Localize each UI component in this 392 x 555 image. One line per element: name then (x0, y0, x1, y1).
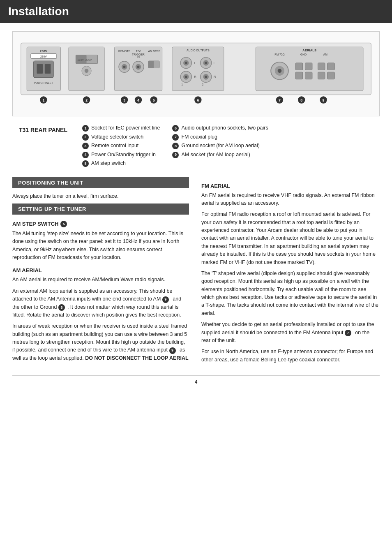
svg-text:2: 2 (202, 83, 204, 86)
rear-panel-diagram: 230V 230V POWER INLET 1 115V 230V 2 (17, 38, 375, 112)
panel-item-1-text: Socket for IEC power inlet line (91, 125, 160, 132)
svg-text:2: 2 (85, 98, 88, 102)
positioning-body: Always place the tuner on a level, firm … (12, 192, 189, 200)
panel-item-3: 3 Remote control input (82, 142, 160, 150)
panel-item-5-text: AM step switch (91, 160, 126, 167)
svg-rect-73 (305, 72, 312, 79)
svg-text:9: 9 (323, 98, 325, 102)
svg-text:1: 1 (181, 83, 183, 86)
panel-list-left: 1 Socket for IEC power inlet line 2 Volt… (82, 125, 160, 169)
svg-rect-71 (305, 63, 312, 70)
svg-rect-76 (318, 72, 325, 79)
fm-aerial-body4: Whether you decide to get an aerial prof… (201, 321, 380, 345)
panel-item-8: 8 Ground socket (for AM loop aerial) (172, 142, 268, 150)
svg-text:GND: GND (300, 53, 307, 56)
svg-rect-77 (327, 72, 334, 79)
svg-text:7: 7 (279, 98, 281, 102)
svg-text:FM 75Ω: FM 75Ω (274, 53, 284, 56)
page-number: 4 (12, 375, 380, 385)
positioning-header: POSITIONING THE UNIT (12, 177, 189, 188)
svg-rect-33 (148, 61, 154, 68)
svg-rect-6 (37, 64, 43, 74)
fm-aerial-body3: The 'T' shaped wire aerial (dipole desig… (201, 270, 380, 317)
am-step-subheader: AM STEP SWITCH 5 (12, 220, 189, 227)
svg-rect-40 (172, 47, 224, 91)
panel-item-4-text: Power On/Standby trigger in (91, 151, 156, 159)
svg-rect-7 (45, 64, 51, 74)
svg-point-17 (85, 69, 89, 73)
svg-point-28 (123, 66, 126, 68)
fm-aerial-header: FM AERIAL (201, 183, 380, 189)
am-aerial-body5: In areas of weak reception or when the r… (12, 322, 189, 362)
svg-text:12V: 12V (136, 50, 141, 53)
svg-text:AERIALS: AERIALS (302, 49, 316, 52)
panel-item-1: 1 Socket for IEC power inlet line (82, 125, 160, 132)
panel-item-5: 5 AM step switch (82, 160, 160, 167)
panel-item-6-text: Audio output phono sockets, two pairs (181, 125, 268, 132)
am-aerial-left-subheader: AM AERIAL (12, 267, 189, 273)
svg-text:L: L (194, 61, 196, 65)
num-circle-9a: 9 (162, 296, 169, 303)
panel-item-3-text: Remote control input (91, 142, 138, 150)
am-aerial-body2: An external AM loop aerial is supplied a… (12, 287, 189, 319)
svg-point-48 (185, 76, 187, 78)
num-circle-8: 8 (172, 143, 179, 149)
setting-up-section: SETTING UP THE TUNER AM STEP SWITCH 5 Th… (12, 204, 189, 362)
svg-text:230V: 230V (85, 58, 92, 61)
svg-text:6: 6 (197, 98, 199, 102)
num-circle-3: 3 (82, 143, 89, 149)
am-aerial-body1: An AM aerial is required to receive AM/M… (12, 276, 189, 284)
page-num-text: 4 (195, 379, 198, 385)
svg-text:REMOTE: REMOTE (118, 50, 130, 53)
rear-panel-lists: 1 Socket for IEC power inlet line 2 Volt… (82, 125, 380, 169)
svg-text:4: 4 (137, 98, 139, 102)
svg-rect-75 (327, 63, 334, 70)
num-circle-2: 2 (82, 134, 89, 141)
panel-item-6: 6 Audio output phono sockets, two pairs (172, 125, 268, 132)
svg-rect-70 (295, 63, 302, 70)
fm-aerial-body5: For use in North America, use an F-type … (201, 348, 380, 364)
am-step-body: The AM tuning 'step size' needs to be se… (12, 230, 189, 262)
panel-item-2-text: Voltage selector switch (91, 134, 143, 141)
panel-item-8-text: Ground socket (for AM loop aerial) (181, 142, 259, 150)
num-circle-1: 1 (82, 125, 89, 132)
do-not-disconnect: DO NOT DISCONNECT THE LOOP AERIAL (85, 355, 188, 361)
num-circle-9b: 9 (169, 347, 176, 354)
svg-point-31 (137, 66, 140, 68)
svg-text:AM STEP: AM STEP (148, 50, 160, 53)
fm-aerial-section: FM AERIAL An FM aerial is required to re… (201, 183, 380, 364)
col-right: FM AERIAL An FM aerial is required to re… (201, 177, 380, 368)
svg-point-51 (205, 62, 207, 64)
num-circle-9: 9 (172, 152, 179, 158)
rear-panel-section: T31 REAR PANEL 1 Socket for IEC power in… (12, 125, 380, 169)
page-header: Installation (0, 0, 392, 23)
num-circle-7a: 7 (345, 330, 351, 336)
svg-text:R: R (194, 75, 196, 79)
svg-text:230V: 230V (40, 49, 48, 53)
svg-text:R: R (214, 75, 216, 79)
svg-text:AUDIO OUTPUTS: AUDIO OUTPUTS (187, 49, 210, 52)
rear-panel-title: T31 REAR PANEL (12, 125, 74, 169)
svg-rect-74 (318, 63, 325, 70)
num-circle-6: 6 (172, 125, 179, 132)
setting-up-header: SETTING UP THE TUNER (12, 204, 189, 215)
svg-text:IN: IN (137, 56, 140, 58)
svg-text:3: 3 (123, 98, 125, 102)
fm-aerial-body1: An FM aerial is required to receive VHF … (201, 192, 380, 208)
panel-item-2: 2 Voltage selector switch (82, 134, 160, 141)
svg-point-55 (205, 76, 207, 78)
panel-item-9-text: AM socket (for AM loop aerial) (181, 151, 250, 159)
svg-rect-72 (295, 72, 302, 79)
am-aerial-body2-text: An external AM loop aerial is supplied a… (12, 288, 172, 302)
page-title: Installation (8, 5, 384, 18)
svg-text:5: 5 (153, 98, 155, 102)
svg-point-44 (185, 62, 187, 64)
panel-list-right: 6 Audio output phono sockets, two pairs … (172, 125, 268, 169)
num-circle-8a: 8 (58, 304, 65, 311)
svg-text:115V: 115V (77, 58, 84, 61)
svg-text:AM: AM (323, 53, 328, 56)
svg-text:POWER INLET: POWER INLET (34, 81, 53, 84)
svg-text:8: 8 (300, 98, 302, 102)
num-circle-7: 7 (172, 134, 179, 141)
svg-text:230V: 230V (40, 55, 47, 58)
